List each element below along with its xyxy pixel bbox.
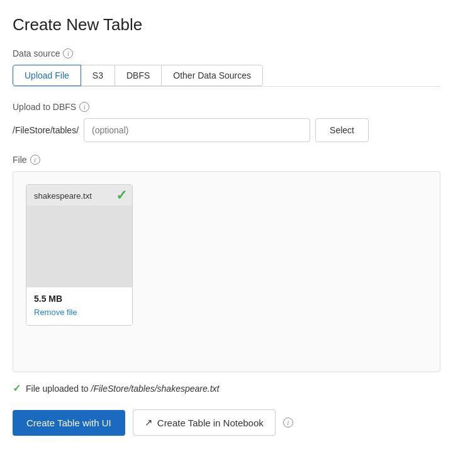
datasource-label: Data source: [13, 48, 60, 58]
tab-upload-file[interactable]: Upload File: [13, 65, 81, 86]
file-section: File i shakespeare.txt ✓ 5.5 MB Remove f…: [13, 155, 440, 372]
file-label-row: File i: [13, 155, 440, 165]
create-table-notebook-button[interactable]: ↗ Create Table in Notebook: [133, 409, 276, 436]
tab-dbfs[interactable]: DBFS: [115, 65, 162, 86]
dbfs-prefix: /FileStore/tables/: [13, 125, 79, 135]
datasource-label-row: Data source i: [13, 48, 440, 58]
file-card-footer: 5.5 MB Remove file: [26, 287, 132, 325]
tab-other-data-sources[interactable]: Other Data Sources: [161, 65, 263, 86]
checkmark-icon: ✓: [116, 189, 127, 202]
upload-success-message: ✓ File uploaded to /FileStore/tables/sha…: [13, 382, 440, 394]
dbfs-path-input[interactable]: [84, 118, 310, 142]
select-button[interactable]: Select: [315, 118, 369, 142]
dbfs-input-row: /FileStore/tables/ Select: [13, 118, 440, 142]
upload-dbfs-label: Upload to DBFS: [13, 102, 76, 112]
page-title: Create New Table: [13, 15, 440, 35]
file-card: shakespeare.txt ✓ 5.5 MB Remove file: [26, 184, 133, 326]
upload-dbfs-help-icon[interactable]: i: [79, 102, 89, 112]
remove-file-link[interactable]: Remove file: [34, 307, 77, 317]
success-check-icon: ✓: [13, 382, 21, 394]
file-card-header: shakespeare.txt ✓: [26, 185, 132, 206]
datasource-help-icon[interactable]: i: [63, 48, 73, 58]
action-row: Create Table with UI ↗ Create Table in N…: [13, 409, 440, 436]
file-drop-area[interactable]: shakespeare.txt ✓ 5.5 MB Remove file: [13, 171, 440, 372]
datasource-tabs: Upload File S3 DBFS Other Data Sources: [13, 65, 440, 87]
actions-help-icon[interactable]: i: [283, 418, 293, 428]
success-text: File uploaded to /FileStore/tables/shake…: [26, 384, 219, 394]
create-table-ui-button[interactable]: Create Table with UI: [13, 410, 125, 436]
file-size: 5.5 MB: [34, 294, 125, 304]
external-link-icon: ↗: [145, 417, 153, 428]
upload-dbfs-section: Upload to DBFS i /FileStore/tables/ Sele…: [13, 102, 440, 142]
tab-s3[interactable]: S3: [81, 65, 115, 86]
file-label: File: [13, 155, 27, 165]
file-help-icon[interactable]: i: [30, 155, 40, 165]
file-card-body: [26, 206, 132, 287]
create-notebook-label: Create Table in Notebook: [157, 418, 264, 428]
upload-dbfs-label-row: Upload to DBFS i: [13, 102, 440, 112]
file-name: shakespeare.txt: [34, 191, 92, 201]
